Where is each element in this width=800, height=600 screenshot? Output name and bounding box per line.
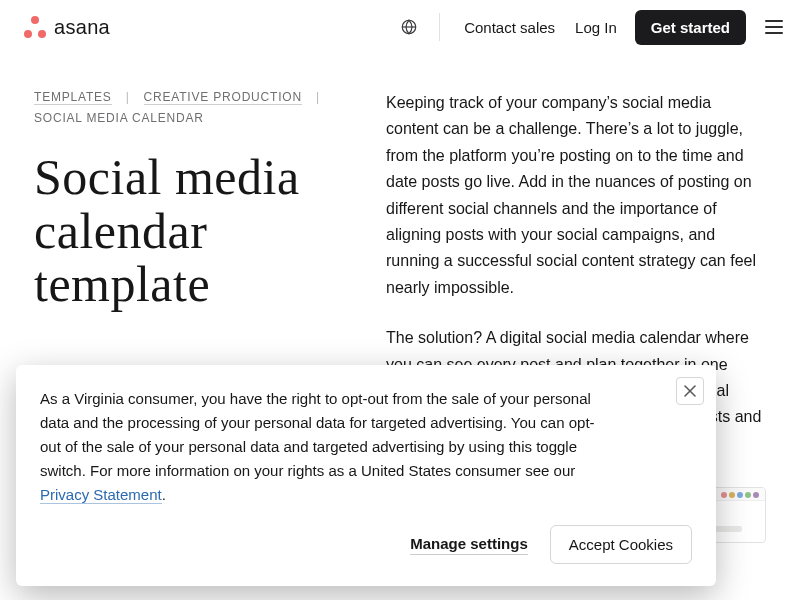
intro-paragraph-1: Keeping track of your company’s social m… <box>386 90 766 301</box>
banner-close-button[interactable] <box>676 377 704 405</box>
get-started-button[interactable]: Get started <box>635 10 746 45</box>
privacy-statement-link[interactable]: Privacy Statement <box>40 486 162 504</box>
assignee-chips <box>721 492 759 498</box>
page-title: Social media calendar template <box>34 151 344 312</box>
brand-wordmark: asana <box>54 16 110 39</box>
contact-sales-link[interactable]: Contact sales <box>454 13 565 42</box>
accept-cookies-button[interactable]: Accept Cookies <box>550 525 692 564</box>
asana-logomark-icon <box>24 16 46 38</box>
manage-settings-button[interactable]: Manage settings <box>410 535 528 555</box>
breadcrumb-creative-production[interactable]: CREATIVE PRODUCTION <box>144 90 302 105</box>
breadcrumb: TEMPLATES | CREATIVE PRODUCTION | SOCIAL… <box>34 90 344 125</box>
banner-actions: Manage settings Accept Cookies <box>40 525 692 564</box>
breadcrumb-separator: | <box>316 90 320 105</box>
hamburger-icon <box>765 20 783 34</box>
cookie-consent-banner: As a Virginia consumer, you have the rig… <box>16 365 716 586</box>
language-switcher[interactable] <box>399 17 419 37</box>
banner-message-prefix: As a Virginia consumer, you have the rig… <box>40 390 595 479</box>
breadcrumb-current: SOCIAL MEDIA CALENDAR <box>34 111 204 125</box>
site-header: asana Contact sales Log In Get started <box>0 0 800 54</box>
breadcrumb-templates[interactable]: TEMPLATES <box>34 90 112 105</box>
breadcrumb-separator: | <box>126 90 130 105</box>
close-icon <box>683 384 697 398</box>
globe-icon <box>400 18 418 36</box>
menu-button[interactable] <box>762 15 786 39</box>
login-link[interactable]: Log In <box>565 13 627 42</box>
banner-message: As a Virginia consumer, you have the rig… <box>40 387 600 507</box>
banner-message-suffix: . <box>162 486 166 503</box>
brand-logo[interactable]: asana <box>24 16 110 39</box>
header-divider <box>439 13 440 41</box>
